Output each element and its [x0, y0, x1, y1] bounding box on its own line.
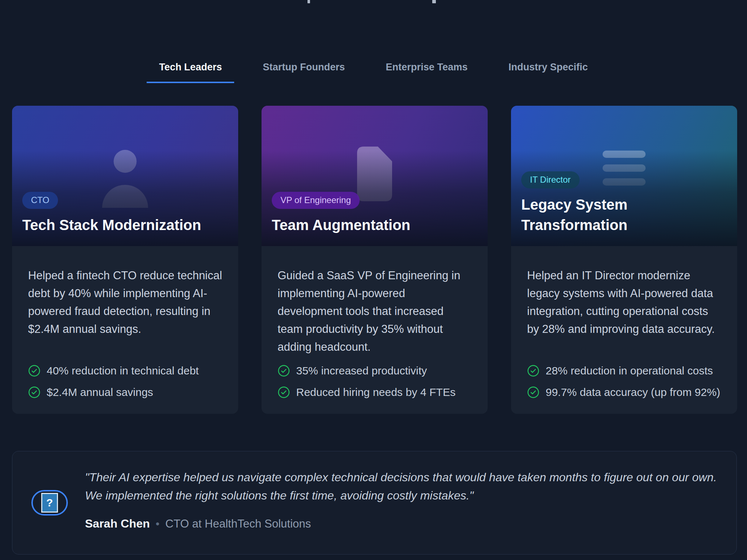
stat-label: 40% reduction in technical debt [47, 365, 199, 377]
card-description: Helped a fintech CTO reduce technical de… [28, 267, 222, 338]
card-header: VP of Engineering Team Augmentation [262, 106, 488, 246]
card-description: Helped an IT Director modernize legacy s… [527, 267, 721, 338]
stat-item: 99.7% data accuracy (up from 92%) [527, 386, 721, 398]
card-title: Tech Stack Modernization [22, 215, 201, 235]
tab-industry-specific[interactable]: Industry Specific [496, 54, 600, 83]
check-circle-icon [278, 365, 290, 377]
stat-item: 35% increased productivity [278, 365, 472, 377]
stat-item: $2.4M annual savings [28, 386, 222, 398]
check-circle-icon [278, 386, 290, 398]
tab-startup-founders[interactable]: Startup Founders [250, 54, 357, 83]
card-title: Legacy System Transformation [521, 194, 727, 235]
case-study-cards: CTO Tech Stack Modernization Helped a fi… [12, 106, 737, 414]
stat-list: 40% reduction in technical debt $2.4M an… [28, 365, 222, 398]
card-header: IT Director Legacy System Transformation [511, 106, 737, 246]
testimonial-name: Sarah Chen [85, 517, 150, 530]
stat-label: 99.7% data accuracy (up from 92%) [546, 386, 720, 398]
testimonial-content: "Their AI expertise helped us navigate c… [85, 468, 727, 530]
stat-label: Reduced hiring needs by 4 FTEs [296, 386, 456, 398]
tab-bar: Tech Leaders Startup Founders Enterprise… [0, 54, 747, 83]
case-study-card-team-augmentation: VP of Engineering Team Augmentation Guid… [262, 106, 488, 414]
broken-image-glyph: ? [46, 497, 53, 509]
stat-item: 28% reduction in operational costs [527, 365, 721, 377]
list-icon [603, 151, 646, 186]
cropped-heading-artifact [307, 0, 310, 3]
card-body: Helped an IT Director modernize legacy s… [511, 246, 737, 414]
testimonial-quote: "Their AI expertise helped us navigate c… [85, 468, 727, 505]
tab-tech-leaders[interactable]: Tech Leaders [147, 54, 234, 83]
document-icon [357, 147, 392, 201]
stat-item: 40% reduction in technical debt [28, 365, 222, 377]
check-circle-icon [527, 386, 539, 398]
card-header: CTO Tech Stack Modernization [12, 106, 238, 246]
cropped-heading-artifact [432, 0, 436, 3]
tab-enterprise-teams[interactable]: Enterprise Teams [373, 54, 480, 83]
check-circle-icon [527, 365, 539, 377]
testimonials-section: Tech Leaders Startup Founders Enterprise… [0, 0, 747, 560]
testimonial-role: CTO at HealthTech Solutions [165, 517, 311, 530]
card-description: Guided a SaaS VP of Engineering in imple… [278, 267, 472, 356]
stat-list: 28% reduction in operational costs 99.7%… [527, 365, 721, 398]
person-icon [98, 147, 152, 208]
testimonial-card: ? "Their AI expertise helped us navigate… [12, 451, 737, 555]
stat-label: $2.4M annual savings [47, 386, 153, 398]
role-badge: VP of Engineering [272, 192, 360, 209]
role-badge: CTO [22, 192, 58, 209]
card-title: Team Augmentation [272, 215, 410, 235]
check-circle-icon [28, 365, 40, 377]
card-body: Helped a fintech CTO reduce technical de… [12, 246, 238, 414]
stat-item: Reduced hiring needs by 4 FTEs [278, 386, 472, 398]
stat-label: 28% reduction in operational costs [546, 365, 713, 377]
stat-list: 35% increased productivity Reduced hirin… [278, 365, 472, 398]
separator-dot: • [156, 518, 160, 530]
role-badge: IT Director [521, 171, 580, 188]
avatar-placeholder: ? [31, 490, 68, 516]
testimonial-attribution: Sarah Chen • CTO at HealthTech Solutions [85, 517, 727, 530]
case-study-card-tech-stack: CTO Tech Stack Modernization Helped a fi… [12, 106, 238, 414]
broken-image-icon: ? [41, 493, 58, 513]
check-circle-icon [28, 386, 40, 398]
stat-label: 35% increased productivity [296, 365, 427, 377]
card-body: Guided a SaaS VP of Engineering in imple… [262, 246, 488, 414]
case-study-card-legacy-transformation: IT Director Legacy System Transformation… [511, 106, 737, 414]
